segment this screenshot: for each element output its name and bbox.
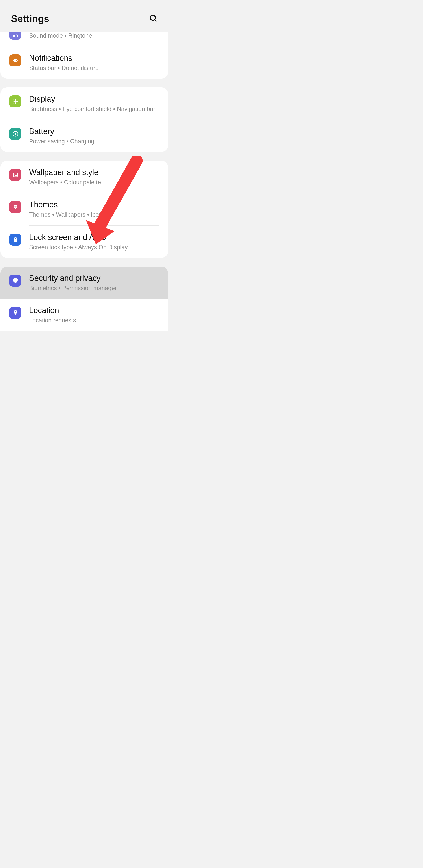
- svg-point-17: [15, 311, 16, 313]
- svg-line-12: [17, 99, 18, 100]
- settings-row-battery[interactable]: Battery Power saving • Charging: [0, 120, 168, 152]
- search-icon[interactable]: [149, 14, 158, 23]
- svg-point-0: [150, 15, 156, 21]
- settings-row-subtitle: Screen lock type • Always On Display: [29, 244, 159, 251]
- settings-row-text: Security and privacy Biometrics • Permis…: [29, 273, 159, 292]
- settings-row-subtitle: Status bar • Do not disturb: [29, 64, 159, 72]
- svg-line-1: [154, 20, 157, 21]
- settings-row-text: Display Brightness • Eye comfort shield …: [29, 94, 159, 113]
- settings-row-text: Location Location requests: [29, 305, 159, 324]
- settings-row-wallpaper[interactable]: Wallpaper and style Wallpapers • Colour …: [0, 161, 168, 193]
- settings-row-title: Battery: [29, 126, 159, 136]
- settings-row-title: Wallpaper and style: [29, 167, 159, 177]
- settings-row-location[interactable]: Location Location requests: [0, 299, 168, 331]
- settings-row-text: Lock screen and AOD Screen lock type • A…: [29, 232, 159, 251]
- brush-icon: [9, 201, 21, 213]
- settings-row-text: Sound mode • Ringtone: [29, 32, 159, 40]
- settings-row-subtitle: Brightness • Eye comfort shield • Naviga…: [29, 105, 159, 113]
- settings-row-lockscreen[interactable]: Lock screen and AOD Screen lock type • A…: [0, 226, 168, 258]
- shield-icon: [9, 275, 21, 287]
- settings-row-security[interactable]: Security and privacy Biometrics • Permis…: [0, 267, 168, 299]
- header: Settings: [0, 0, 169, 32]
- pin-icon: [9, 307, 21, 319]
- picture-icon: [9, 168, 21, 181]
- settings-row-title: Display: [29, 94, 159, 104]
- settings-section-display: Display Brightness • Eye comfort shield …: [0, 87, 168, 152]
- settings-row-text: Wallpaper and style Wallpapers • Colour …: [29, 167, 159, 186]
- settings-row-text: Notifications Status bar • Do not distur…: [29, 53, 159, 72]
- page-title: Settings: [11, 13, 49, 24]
- settings-row-title: Location: [29, 305, 159, 315]
- svg-line-11: [13, 103, 14, 103]
- settings-row-themes[interactable]: Themes Themes • Wallpapers • Icons: [0, 193, 168, 225]
- settings-row-subtitle: Biometrics • Permission manager: [29, 284, 159, 292]
- svg-line-10: [17, 103, 18, 103]
- settings-row-title: Themes: [29, 200, 159, 210]
- toggle-icon: [9, 54, 21, 66]
- settings-row-subtitle: Themes • Wallpapers • Icons: [29, 211, 159, 219]
- divider: [29, 331, 159, 331]
- settings-row-text: Battery Power saving • Charging: [29, 126, 159, 145]
- settings-row-title: Lock screen and AOD: [29, 232, 159, 242]
- settings-row-notifications[interactable]: Notifications Status bar • Do not distur…: [0, 46, 168, 79]
- svg-rect-16: [13, 239, 17, 242]
- svg-rect-14: [15, 133, 16, 135]
- settings-row-subtitle: Wallpapers • Colour palette: [29, 179, 159, 186]
- settings-row-subtitle: Location requests: [29, 316, 159, 324]
- sun-icon: [9, 95, 21, 107]
- settings-section-security: Security and privacy Biometrics • Permis…: [0, 267, 168, 331]
- speaker-icon: [9, 32, 21, 40]
- settings-row-title: Notifications: [29, 53, 159, 63]
- settings-row-title: Security and privacy: [29, 273, 159, 283]
- settings-row-subtitle: Power saving • Charging: [29, 137, 159, 145]
- svg-point-3: [16, 60, 17, 61]
- settings-row-sounds[interactable]: Sound mode • Ringtone: [0, 32, 168, 46]
- settings-row-text: Themes Themes • Wallpapers • Icons: [29, 200, 159, 219]
- settings-section-sounds: Sound mode • Ringtone Notifications Stat…: [0, 32, 168, 79]
- svg-point-4: [14, 100, 17, 102]
- battery-icon: [9, 128, 21, 140]
- lock-icon: [9, 234, 21, 246]
- settings-row-subtitle: Sound mode • Ringtone: [29, 32, 159, 40]
- settings-row-display[interactable]: Display Brightness • Eye comfort shield …: [0, 87, 168, 120]
- settings-section-personalization: Wallpaper and style Wallpapers • Colour …: [0, 161, 168, 257]
- svg-line-9: [13, 99, 14, 100]
